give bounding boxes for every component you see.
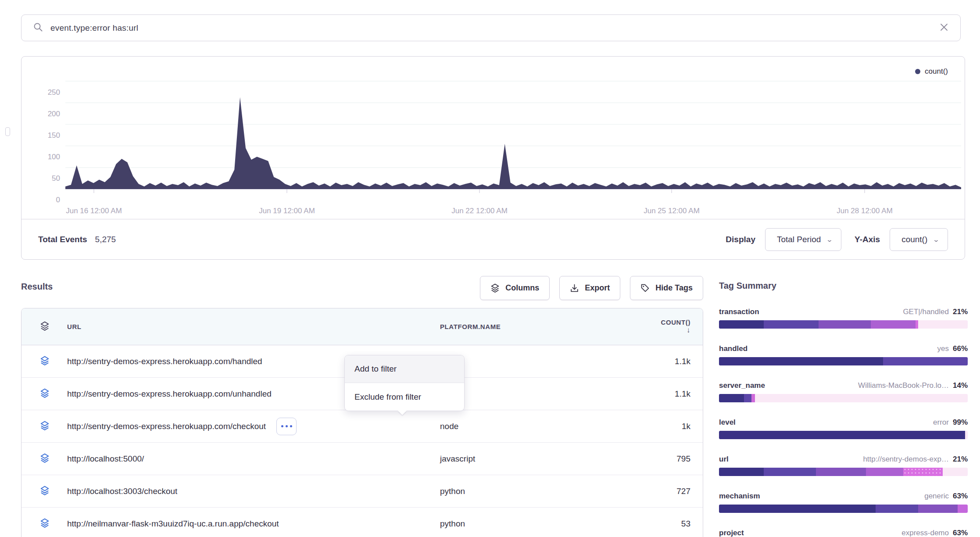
tag-distribution-bar[interactable]: [719, 431, 968, 439]
tag-distribution-bar[interactable]: [719, 505, 968, 513]
search-input[interactable]: event.type:error has:url: [50, 23, 939, 33]
tag-top-value: GET|/handled: [903, 308, 949, 316]
results-toolbar: Columns Export Hide Tags: [468, 276, 703, 300]
tag-distribution-bar[interactable]: [719, 357, 968, 365]
x-tick: Jun 22 12:00 AM: [451, 207, 508, 215]
tag-top-value: Williams-MacBook-Pro.lo…: [858, 381, 949, 390]
yaxis-select[interactable]: count() ⌄: [890, 228, 948, 251]
tag-summary-row: urlhttp://sentry-demos-exp…21%: [719, 455, 968, 476]
chevron-down-icon: ⌄: [933, 236, 940, 243]
count-cell[interactable]: 1.1k: [659, 357, 703, 366]
tag-top-percent: 99%: [953, 418, 968, 427]
platform-cell[interactable]: python: [440, 519, 659, 529]
tag-name: level: [719, 418, 736, 427]
events-area-chart[interactable]: 0 50 100 150 200 250 Jun 16 12:00 AM Jun…: [21, 70, 965, 219]
url-cell[interactable]: http://neilmanvar-flask-m3uuizd7iq-uc.a.…: [67, 519, 440, 529]
total-events-value: 5,275: [95, 235, 116, 244]
x-tick: Jun 25 12:00 AM: [644, 207, 700, 215]
stack-icon: [40, 321, 67, 333]
url-cell[interactable]: http://localhost:5000/: [67, 454, 440, 464]
cell-actions-ellipsis-button[interactable]: [276, 418, 297, 435]
url-cell[interactable]: http://sentry-demos-express.herokuapp.co…: [67, 418, 440, 435]
tag-icon: [640, 283, 650, 293]
stack-icon: [40, 453, 67, 465]
column-header-count[interactable]: COUNT() ↓: [659, 319, 703, 335]
tag-distribution-bar[interactable]: [719, 320, 968, 329]
menu-item-add-to-filter[interactable]: Add to filter: [345, 355, 464, 383]
hide-tags-button[interactable]: Hide Tags: [630, 276, 703, 300]
chevron-down-icon: ⌄: [826, 236, 833, 243]
count-series-area: [65, 97, 961, 189]
y-tick: 0: [56, 196, 60, 204]
platform-cell[interactable]: node: [440, 422, 659, 431]
count-header-label: COUNT(): [661, 319, 690, 326]
search-bar[interactable]: event.type:error has:url: [21, 14, 961, 41]
yaxis-label: Y-Axis: [855, 235, 880, 244]
column-header-url[interactable]: URL: [67, 323, 440, 330]
tag-name: handled: [719, 344, 748, 353]
columns-button[interactable]: Columns: [480, 276, 550, 300]
count-cell[interactable]: 795: [659, 454, 703, 464]
tag-summary-row: projectexpress-demo63%: [719, 529, 968, 537]
tag-top-percent: 63%: [953, 529, 968, 537]
x-tick: Jun 16 12:00 AM: [66, 207, 122, 215]
export-button-label: Export: [585, 283, 610, 293]
tag-summary-row: server_nameWilliams-MacBook-Pro.lo…14%: [719, 381, 968, 402]
url-cell[interactable]: http://localhost:3003/checkout: [67, 487, 440, 496]
count-cell[interactable]: 1.1k: [659, 389, 703, 399]
stack-icon: [40, 518, 67, 530]
tag-summary-row: mechanismgeneric63%: [719, 492, 968, 513]
stack-icon: [40, 356, 67, 367]
tag-summary-row: levelerror99%: [719, 418, 968, 439]
table-header-row: URL PLATFORM.NAME COUNT() ↓: [21, 308, 703, 345]
cell-action-menu: Add to filter Exclude from filter: [344, 355, 465, 411]
menu-item-exclude-from-filter[interactable]: Exclude from filter: [345, 383, 464, 411]
table-row[interactable]: http://localhost:5000/javascript795: [21, 443, 703, 475]
stack-icon: [40, 486, 67, 497]
tag-distribution-bar[interactable]: [719, 468, 968, 476]
tag-top-value: yes: [937, 344, 949, 353]
platform-cell[interactable]: python: [440, 487, 659, 496]
column-header-platform[interactable]: PLATFORM.NAME: [440, 323, 659, 330]
display-label: Display: [726, 235, 755, 244]
sort-desc-arrow-icon: ↓: [687, 326, 690, 334]
y-tick: 50: [52, 174, 60, 183]
total-events-label: Total Events: [38, 235, 87, 244]
tag-top-percent: 14%: [953, 381, 968, 390]
x-tick: Jun 28 12:00 AM: [837, 207, 893, 215]
tag-top-percent: 63%: [953, 492, 968, 501]
table-row[interactable]: http://localhost:3003/checkoutpython727: [21, 475, 703, 508]
hide-tags-button-label: Hide Tags: [655, 283, 693, 293]
platform-cell[interactable]: javascript: [440, 454, 659, 464]
search-icon: [33, 22, 43, 34]
columns-button-label: Columns: [505, 283, 539, 293]
yaxis-select-value: count(): [901, 235, 927, 244]
tag-top-percent: 66%: [953, 344, 968, 353]
tag-top-value: error: [933, 418, 949, 427]
tag-name: url: [719, 455, 729, 464]
tag-top-value: express-demo: [901, 529, 949, 537]
export-button[interactable]: Export: [559, 276, 620, 300]
results-title: Results: [21, 282, 53, 292]
chart-footer: Total Events 5,275 Display Total Period …: [21, 219, 965, 259]
tag-top-value: generic: [924, 492, 949, 501]
count-cell[interactable]: 53: [659, 519, 703, 529]
display-select[interactable]: Total Period ⌄: [765, 228, 841, 251]
tag-summary-row: handledyes66%: [719, 344, 968, 365]
tag-top-value: http://sentry-demos-exp…: [863, 455, 949, 464]
tag-name: transaction: [719, 308, 759, 316]
y-tick: 200: [48, 110, 60, 118]
menu-pointer-arrow: [398, 411, 407, 415]
table-row[interactable]: http://sentry-demos-express.herokuapp.co…: [21, 410, 703, 443]
tag-name: server_name: [719, 381, 765, 390]
count-cell[interactable]: 1k: [659, 422, 703, 431]
sidebar-collapse-handle[interactable]: [5, 127, 10, 136]
tag-summary-panel: Tag Summary transactionGET|/handled21%ha…: [719, 281, 968, 537]
display-select-value: Total Period: [777, 235, 821, 244]
y-tick: 100: [48, 153, 60, 161]
tag-summary-row: transactionGET|/handled21%: [719, 308, 968, 329]
tag-distribution-bar[interactable]: [719, 394, 968, 402]
count-cell[interactable]: 727: [659, 487, 703, 496]
table-row[interactable]: http://neilmanvar-flask-m3uuizd7iq-uc.a.…: [21, 508, 703, 537]
close-icon[interactable]: [939, 22, 949, 34]
